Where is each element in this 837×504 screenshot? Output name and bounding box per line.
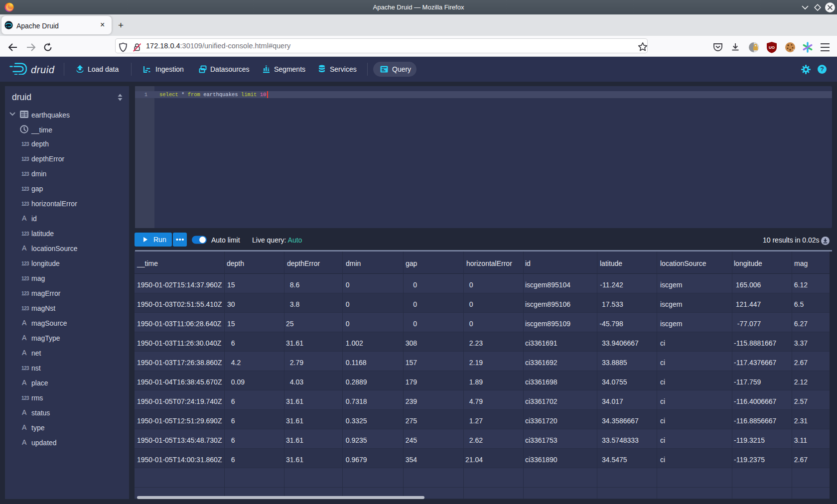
svg-text:?: ? (820, 66, 824, 73)
svg-text:UO: UO (769, 45, 775, 50)
